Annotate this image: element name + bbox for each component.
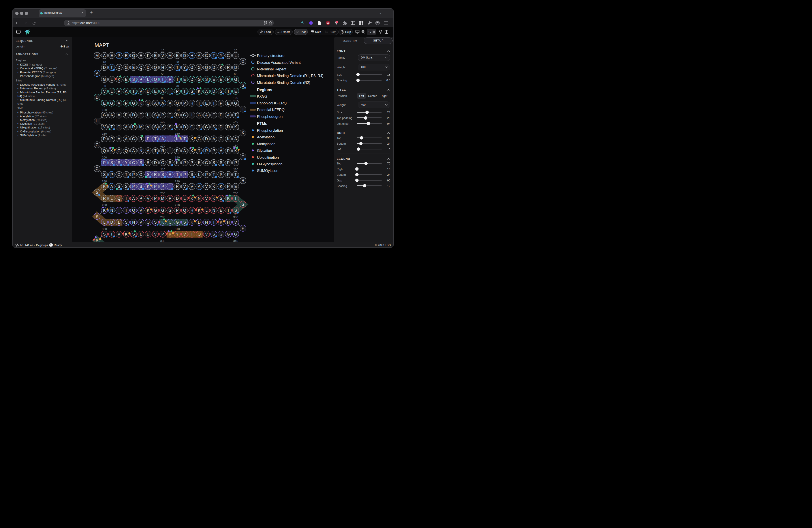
svg-text:H: H — [190, 101, 193, 105]
svg-text:P: P — [140, 196, 142, 201]
svg-text:T: T — [183, 89, 186, 94]
svg-text:C: C — [169, 220, 172, 225]
svg-text:A: A — [205, 113, 208, 117]
svg-text:G: G — [96, 143, 99, 147]
svg-text:V: V — [183, 184, 186, 189]
svg-text:G: G — [132, 137, 135, 141]
svg-text:S: S — [110, 160, 113, 165]
svg-text:G: G — [190, 125, 193, 129]
svg-text:T: T — [198, 148, 200, 153]
svg-text:P: P — [227, 160, 230, 165]
svg-text:Q: Q — [205, 65, 208, 70]
svg-text:V: V — [103, 125, 106, 129]
svg-text:T: T — [176, 172, 178, 177]
svg-text:P: P — [103, 137, 106, 141]
svg-text:G: G — [96, 167, 99, 171]
svg-text:P: P — [154, 196, 157, 201]
svg-text:S: S — [220, 196, 222, 201]
svg-text:D: D — [96, 95, 99, 100]
svg-text:S: S — [140, 184, 142, 189]
svg-text:H: H — [227, 220, 230, 225]
svg-text:R: R — [161, 148, 164, 153]
svg-text:P: P — [183, 101, 186, 105]
svg-text:M: M — [139, 125, 143, 129]
svg-text:D: D — [110, 220, 113, 225]
svg-text:E: E — [220, 113, 222, 117]
svg-text:MAPT: MAPT — [95, 42, 110, 48]
svg-text:Microtubule Binding Domain (R1: Microtubule Binding Domain (R1, R3, R4) — [257, 74, 323, 78]
svg-text:T: T — [125, 172, 128, 177]
svg-text:A: A — [227, 113, 230, 117]
svg-text:D: D — [220, 125, 222, 129]
svg-text:P: P — [118, 54, 120, 58]
svg-text:S: S — [132, 232, 135, 237]
svg-text:180: 180 — [233, 144, 238, 147]
svg-text:310: 310 — [175, 227, 180, 231]
svg-text:A: A — [96, 71, 98, 76]
svg-text:P: P — [176, 208, 179, 213]
svg-text:A: A — [118, 137, 120, 141]
svg-text:P: P — [205, 172, 208, 177]
svg-text:T: T — [213, 172, 215, 177]
svg-text:280: 280 — [102, 203, 107, 207]
svg-text:G: G — [220, 137, 223, 141]
svg-text:P: P — [183, 160, 186, 165]
svg-text:T: T — [154, 148, 157, 153]
svg-text:P: P — [176, 148, 179, 153]
svg-text:S: S — [205, 77, 208, 82]
svg-text:T: T — [169, 113, 171, 117]
svg-text:120: 120 — [102, 108, 107, 112]
svg-text:Q: Q — [146, 101, 149, 105]
svg-text:D: D — [183, 54, 186, 58]
svg-text:70: 70 — [176, 84, 179, 88]
svg-text:Q: Q — [132, 54, 135, 58]
svg-text:D: D — [176, 113, 179, 117]
svg-text:S: S — [154, 125, 157, 129]
svg-text:A: A — [110, 113, 113, 117]
svg-text:S: S — [220, 160, 222, 165]
svg-text:Ubiquitination: Ubiquitination — [257, 155, 279, 160]
svg-text:E: E — [125, 77, 128, 82]
svg-text:V: V — [183, 232, 186, 237]
svg-text:E: E — [132, 65, 135, 70]
svg-text:T: T — [234, 113, 237, 117]
svg-text:S: S — [125, 184, 128, 189]
svg-text:E: E — [220, 208, 222, 213]
svg-text:K: K — [96, 238, 98, 242]
svg-text:T: T — [183, 137, 186, 141]
svg-text:190: 190 — [175, 156, 180, 159]
svg-text:Q: Q — [146, 220, 149, 225]
svg-text:A: A — [198, 184, 201, 189]
svg-text:A: A — [125, 89, 128, 94]
svg-text:P: P — [132, 184, 135, 189]
svg-text:A: A — [118, 101, 120, 105]
svg-text:T: T — [169, 89, 171, 94]
svg-text:S: S — [132, 77, 135, 82]
svg-text:80: 80 — [103, 84, 106, 88]
svg-text:K: K — [140, 101, 142, 105]
svg-text:A: A — [161, 101, 164, 105]
svg-text:340: 340 — [233, 239, 238, 242]
svg-text:E: E — [154, 89, 157, 94]
svg-text:K: K — [234, 125, 237, 129]
svg-text:V: V — [140, 208, 142, 213]
svg-text:E: E — [205, 101, 208, 105]
svg-text:R: R — [103, 196, 106, 201]
svg-text:E: E — [176, 54, 179, 58]
svg-text:240: 240 — [102, 180, 107, 183]
svg-text:Y: Y — [176, 232, 179, 237]
svg-text:M: M — [161, 196, 164, 201]
svg-text:E: E — [213, 113, 215, 117]
svg-text:P: P — [183, 172, 186, 177]
svg-text:T: T — [213, 54, 215, 58]
svg-text:330: 330 — [160, 239, 165, 242]
svg-text:E: E — [183, 77, 186, 82]
svg-text:R: R — [125, 54, 128, 58]
svg-text:K: K — [191, 137, 193, 141]
svg-text:Q: Q — [125, 148, 128, 153]
svg-text:N-terminal Repeat: N-terminal Repeat — [257, 67, 286, 71]
svg-text:290: 290 — [160, 215, 165, 219]
svg-text:P: P — [110, 172, 113, 177]
svg-text:I: I — [191, 113, 192, 117]
svg-text:S: S — [169, 160, 172, 165]
